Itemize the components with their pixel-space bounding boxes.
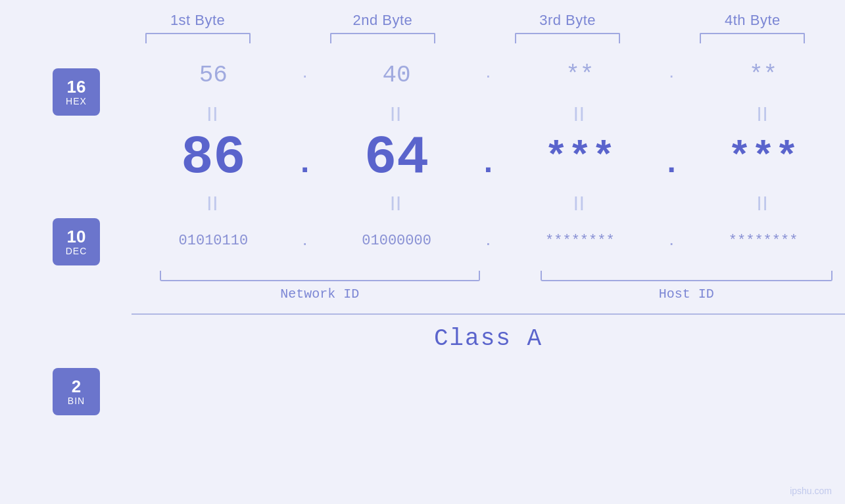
- bracket-cell-3: [475, 33, 660, 43]
- dec-byte-2: 64: [315, 127, 479, 189]
- dec-dot-1: .: [295, 143, 315, 179]
- bracket-2: [330, 33, 435, 43]
- hex-byte-4: **: [681, 62, 845, 89]
- byte-label-1: 1st Byte: [105, 12, 290, 29]
- network-id-label: Network ID: [280, 286, 359, 302]
- eq-cell-2-1: ||: [132, 191, 295, 214]
- bin-dot-2: .: [479, 229, 498, 250]
- bottom-brackets: Network ID Host ID: [132, 271, 845, 302]
- byte-label-2: 2nd Byte: [290, 12, 475, 29]
- dec-row: 86 . 64 . *** . ***: [132, 125, 845, 191]
- byte-label-3: 3rd Byte: [475, 12, 660, 29]
- dec-byte-1: 86: [132, 127, 295, 189]
- dec-dot-3: .: [662, 143, 681, 179]
- dec-name: DEC: [66, 246, 87, 256]
- bin-byte-4: ********: [681, 233, 845, 249]
- host-id-bracket: [541, 271, 833, 281]
- hex-byte-3: **: [498, 62, 662, 89]
- hex-name: HEX: [66, 96, 87, 106]
- watermark: ipshu.com: [790, 486, 832, 496]
- network-id-bracket-wrap: Network ID: [132, 271, 508, 302]
- byte-label-4: 4th Byte: [660, 12, 845, 29]
- main-container: 1st Byte 2nd Byte 3rd Byte 4th Byte 16 H…: [0, 0, 845, 504]
- bracket-3: [515, 33, 620, 43]
- host-id-bracket-wrap: Host ID: [528, 271, 846, 302]
- bin-badge: 2 BIN: [53, 368, 100, 415]
- hex-number: 16: [67, 78, 86, 97]
- hex-row: 56 . 40 . ** . **: [132, 49, 845, 101]
- bin-dot-1: .: [295, 229, 315, 250]
- eq-cell-1-4: ||: [681, 101, 845, 125]
- dec-byte-3: ***: [498, 135, 662, 180]
- class-bracket-line: [132, 313, 845, 315]
- bracket-cell-4: [660, 33, 845, 43]
- eq-cell-1-3: ||: [498, 101, 662, 125]
- class-section: Class A: [132, 313, 845, 352]
- base-labels: 16 HEX 10 DEC 2 BIN: [26, 49, 132, 415]
- host-id-label: Host ID: [659, 286, 714, 302]
- eq-cell-1-1: ||: [132, 101, 295, 125]
- bin-name: BIN: [68, 396, 85, 406]
- network-id-bracket: [160, 271, 480, 281]
- bracket-1: [145, 33, 251, 43]
- equals-row-2: || || || ||: [132, 191, 845, 214]
- class-label: Class A: [434, 325, 543, 352]
- bracket-4: [700, 33, 805, 43]
- hex-dot-2: .: [479, 61, 498, 82]
- eq-cell-2-2: ||: [315, 191, 479, 214]
- bin-byte-1: 01010110: [132, 233, 295, 249]
- eq-cell-2-3: ||: [498, 191, 662, 214]
- dec-badge: 10 DEC: [53, 218, 100, 265]
- hex-dot-3: .: [662, 61, 681, 82]
- header-row: 1st Byte 2nd Byte 3rd Byte 4th Byte: [0, 12, 845, 29]
- dec-byte-4: ***: [681, 135, 845, 180]
- bin-byte-3: ********: [498, 233, 662, 249]
- dot-spacer: [508, 271, 528, 302]
- bin-number: 2: [72, 377, 81, 396]
- bin-row: 01010110 . 01000000 . ******** . *******…: [132, 214, 845, 267]
- bracket-cell-1: [105, 33, 290, 43]
- hex-badge: 16 HEX: [53, 68, 100, 116]
- bracket-cell-2: [290, 33, 475, 43]
- eq-cell-2-4: ||: [681, 191, 845, 214]
- hex-byte-2: 40: [315, 62, 479, 89]
- hex-byte-1: 56: [132, 62, 295, 89]
- hex-dot-1: .: [295, 61, 315, 82]
- bytes-grid: 56 . 40 . ** . ** ||: [132, 49, 845, 415]
- bin-byte-2: 01000000: [315, 233, 479, 249]
- dec-number: 10: [67, 227, 86, 246]
- top-bracket-row: [0, 33, 845, 43]
- dec-dot-2: .: [479, 143, 498, 179]
- equals-row-1: || || || ||: [132, 101, 845, 125]
- bin-dot-3: .: [662, 229, 681, 250]
- eq-cell-1-2: ||: [315, 101, 479, 125]
